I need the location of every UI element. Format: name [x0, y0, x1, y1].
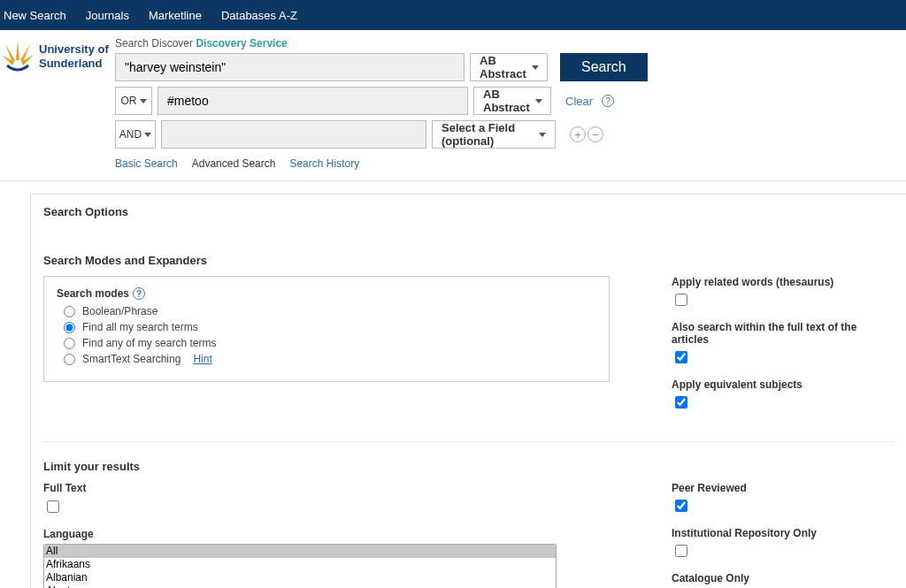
header-divider: [0, 180, 906, 181]
limit-fulltext-checkbox[interactable]: [47, 500, 59, 513]
chevron-down-icon: [140, 99, 147, 103]
mode-boolean-label: Boolean/Phrase: [82, 305, 157, 317]
lang-option[interactable]: Albanian: [44, 571, 556, 584]
chevron-down-icon: [532, 65, 539, 70]
brand-line2: Sunderland: [39, 57, 103, 70]
section-limits: Limit your results Full Text Language Al…: [43, 460, 894, 588]
mode-boolean-radio[interactable]: [64, 306, 75, 317]
field-select-1-label: AB Abstract: [480, 54, 526, 80]
advanced-search-label: Advanced Search: [192, 157, 276, 170]
field-select-2-label: AB Abstract: [483, 88, 530, 114]
search-options-panel: Search Options Search Modes and Expander…: [30, 194, 906, 588]
lang-option[interactable]: Afrikaans: [44, 558, 556, 571]
chevron-down-icon: [535, 99, 542, 103]
mode-all-radio[interactable]: [64, 322, 75, 333]
field-select-3[interactable]: Select a Field (optional): [432, 120, 556, 149]
search-rows: AB Abstract Search OR AB Abstract Clear …: [115, 53, 906, 149]
mode-any-label: Find any of my search terms: [82, 337, 216, 349]
nav-marketline[interactable]: Marketline: [149, 9, 202, 22]
expander-fulltext-checkbox[interactable]: [675, 351, 687, 363]
limit-peer-label: Peer Reviewed: [672, 482, 894, 494]
boolean-select-3[interactable]: AND: [115, 120, 156, 149]
expander-related-label: Apply related words (thesaurus): [672, 276, 894, 288]
search-row-1: AB Abstract Search: [115, 53, 906, 81]
sunburst-icon: [2, 35, 34, 78]
field-select-3-label: Select a Field (optional): [441, 121, 534, 148]
search-history-link[interactable]: Search History: [289, 157, 359, 170]
search-modes-label: Search modes: [57, 287, 129, 300]
help-icon[interactable]: ?: [133, 287, 145, 300]
section-limits-title: Limit your results: [43, 460, 894, 473]
limit-catalogue-label: Catalogue Only: [672, 572, 894, 584]
hint-link[interactable]: Hint: [193, 353, 211, 365]
mode-boolean[interactable]: Boolean/Phrase: [64, 305, 596, 317]
help-icon[interactable]: ?: [602, 95, 614, 107]
lang-option[interactable]: Aleut: [44, 584, 556, 588]
limit-inst-checkbox[interactable]: [675, 545, 687, 557]
search-term-3[interactable]: [161, 120, 426, 149]
header: University of Sunderland Search Discover…: [0, 30, 906, 173]
search-modes-fieldset: Search modes ? Boolean/Phrase Find all m…: [43, 276, 610, 382]
mode-smart[interactable]: SmartText Searching Hint: [64, 353, 596, 365]
limit-language-select[interactable]: All Afrikaans Albanian Aleut: [43, 544, 557, 588]
boolean-select-2[interactable]: OR: [115, 87, 152, 115]
search-term-2[interactable]: [157, 87, 468, 115]
remove-row-button[interactable]: −: [587, 126, 603, 142]
expander-equiv-checkbox[interactable]: [675, 396, 687, 409]
mode-any[interactable]: Find any of my search terms: [64, 337, 596, 349]
mode-any-radio[interactable]: [64, 338, 75, 349]
svg-marker-0: [16, 41, 19, 60]
expander-equiv-label: Apply equivalent subjects: [672, 378, 894, 391]
field-select-1[interactable]: AB Abstract: [470, 53, 548, 81]
breadcrumb-service-link[interactable]: Discovery Service: [196, 37, 287, 50]
expander-related-checkbox[interactable]: [675, 294, 687, 306]
basic-search-link[interactable]: Basic Search: [115, 157, 178, 170]
field-select-2[interactable]: AB Abstract: [473, 87, 551, 115]
nav-new-search[interactable]: New Search: [4, 9, 66, 22]
nav-databases[interactable]: Databases A-Z: [221, 9, 297, 22]
limit-inst-label: Institutional Repository Only: [672, 527, 894, 539]
mode-all[interactable]: Find all my search terms: [64, 321, 596, 333]
expander-fulltext-label: Also search within the full text of the …: [672, 321, 894, 346]
top-nav: New Search Journals Marketline Databases…: [0, 0, 906, 30]
clear-link[interactable]: Clear: [565, 95, 593, 108]
breadcrumb-prefix: Search Discover: [115, 37, 196, 50]
search-term-1[interactable]: [115, 53, 465, 81]
limit-peer-checkbox[interactable]: [675, 500, 687, 512]
options-title: Search Options: [43, 205, 894, 218]
search-block: Search Discover Discovery Service AB Abs…: [115, 35, 906, 170]
nav-journals[interactable]: Journals: [86, 9, 129, 22]
brand-line1: University of: [39, 42, 109, 56]
add-row-button[interactable]: +: [570, 126, 586, 142]
section-modes-expanders: Search Modes and Expanders Search modes …: [43, 254, 894, 442]
boolean-select-3-label: AND: [119, 128, 142, 141]
section-modes-title: Search Modes and Expanders: [43, 254, 894, 267]
mode-all-label: Find all my search terms: [82, 321, 198, 333]
search-mode-links: Basic Search Advanced Search Search Hist…: [115, 157, 906, 170]
boolean-select-2-label: OR: [121, 95, 137, 107]
lang-option[interactable]: All: [44, 545, 556, 558]
search-row-2: OR AB Abstract Clear ?: [115, 87, 906, 115]
chevron-down-icon: [539, 133, 546, 137]
institution-logo: University of Sunderland: [0, 35, 115, 78]
limit-fulltext-label: Full Text: [43, 482, 610, 494]
search-button[interactable]: Search: [560, 53, 648, 81]
search-row-3: AND Select a Field (optional) + −: [115, 120, 906, 149]
chevron-down-icon: [144, 133, 151, 137]
mode-smart-label: SmartText Searching: [82, 353, 180, 365]
mode-smart-radio[interactable]: [64, 354, 75, 365]
breadcrumb: Search Discover Discovery Service: [115, 37, 906, 50]
limit-language-label: Language: [43, 528, 610, 540]
